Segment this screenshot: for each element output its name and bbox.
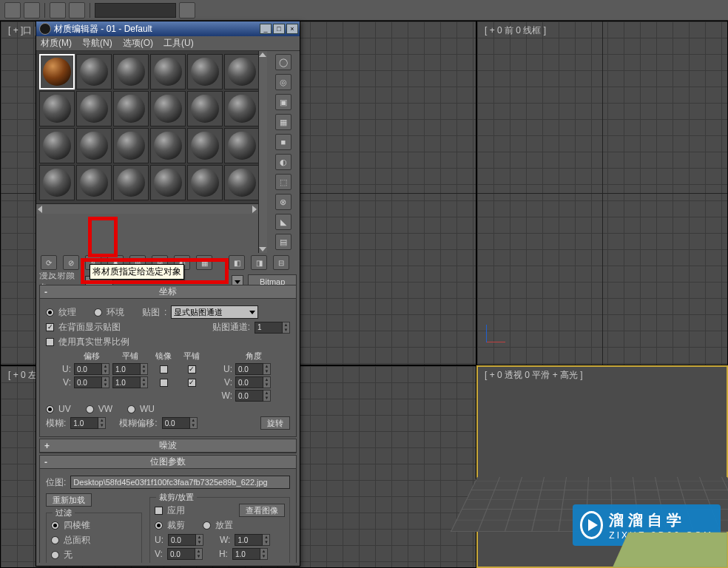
- me-tool[interactable]: ◧: [229, 255, 245, 270]
- rotate-button[interactable]: 旋转: [260, 416, 290, 430]
- coord-field[interactable]: [95, 3, 176, 18]
- scroll-down-icon[interactable]: [259, 247, 266, 251]
- side-tool[interactable]: ⬚: [275, 174, 291, 190]
- u-mirror[interactable]: [160, 365, 168, 373]
- minimize-button[interactable]: _: [260, 24, 272, 34]
- blur-offset-spinner[interactable]: ▲▼: [162, 417, 198, 429]
- w-angle[interactable]: ▲▼: [235, 390, 272, 402]
- sample-slot[interactable]: [76, 91, 112, 126]
- sample-slot[interactable]: [76, 54, 112, 89]
- scroll-right-icon[interactable]: [252, 206, 257, 213]
- crop-w[interactable]: ▲▼: [235, 534, 270, 546]
- u-tile[interactable]: ▲▼: [112, 363, 148, 375]
- reload-button[interactable]: 重新加载: [46, 493, 92, 507]
- v-offset[interactable]: ▲▼: [74, 376, 109, 388]
- u-tile-check[interactable]: [188, 365, 196, 373]
- me-tool[interactable]: ⊘: [63, 255, 79, 270]
- filter-none[interactable]: [51, 551, 59, 559]
- radio-crop[interactable]: [155, 521, 163, 530]
- me-tool[interactable]: ⊟: [273, 255, 289, 270]
- side-tool[interactable]: ■: [275, 134, 291, 150]
- side-tool[interactable]: ◣: [275, 214, 291, 230]
- map-channel-spinner[interactable]: ▲▼: [255, 322, 290, 334]
- radio-wu[interactable]: [127, 405, 135, 413]
- side-tool[interactable]: ◐: [275, 154, 291, 170]
- tool-button[interactable]: [4, 2, 21, 18]
- radio-place[interactable]: [203, 521, 211, 530]
- sample-slot[interactable]: [224, 91, 260, 126]
- scroll-up-icon[interactable]: [259, 53, 266, 57]
- slots-scroll-v[interactable]: [258, 51, 267, 253]
- sample-slot[interactable]: [39, 91, 75, 126]
- sample-slot[interactable]: [224, 54, 260, 89]
- side-tool[interactable]: ⊗: [275, 194, 291, 210]
- check-show-on-back[interactable]: [46, 323, 54, 331]
- menu-options[interactable]: 选项(O): [123, 37, 153, 50]
- tool-button[interactable]: [50, 2, 66, 18]
- blur-spinner[interactable]: ▲▼: [70, 417, 106, 429]
- sample-slot[interactable]: [150, 128, 186, 163]
- radio-environment[interactable]: [94, 308, 102, 317]
- bitmap-path-button[interactable]: Desktop\58fd45e03f1f100fc3faa7fb7325e89b…: [70, 476, 290, 489]
- maximize-button[interactable]: □: [273, 24, 285, 34]
- close-button[interactable]: ×: [286, 24, 298, 34]
- menu-material[interactable]: 材质(M): [41, 37, 72, 50]
- v-tile-check[interactable]: [188, 379, 196, 387]
- radio-texture[interactable]: [46, 308, 54, 317]
- title-bar[interactable]: 材质编辑器 - 01 - Default _ □ ×: [36, 21, 300, 36]
- u-angle[interactable]: ▲▼: [235, 363, 272, 375]
- menu-tools[interactable]: 工具(U): [164, 37, 194, 50]
- sample-slot[interactable]: [39, 128, 75, 163]
- view-image-button[interactable]: 查看图像: [239, 504, 285, 517]
- sample-slot[interactable]: [150, 165, 186, 200]
- filter-pyramid[interactable]: [51, 521, 59, 530]
- side-tool[interactable]: ▤: [275, 234, 291, 250]
- sample-slot[interactable]: [187, 128, 223, 163]
- rollout-header[interactable]: + 噪波: [40, 439, 296, 453]
- sample-slot[interactable]: [224, 165, 260, 200]
- sample-slot[interactable]: [150, 91, 186, 126]
- sample-slot[interactable]: [76, 165, 112, 200]
- radio-vw[interactable]: [86, 405, 94, 413]
- crop-u[interactable]: ▲▼: [168, 534, 203, 546]
- me-tool[interactable]: ◨: [251, 255, 267, 270]
- tool-button[interactable]: [69, 2, 85, 18]
- sample-slot[interactable]: [187, 165, 223, 200]
- v-tile[interactable]: ▲▼: [112, 376, 148, 388]
- check-real-world[interactable]: [46, 338, 54, 346]
- scroll-left-icon[interactable]: [38, 206, 42, 213]
- sample-slot[interactable]: [187, 91, 223, 126]
- sample-slot[interactable]: [113, 91, 149, 126]
- side-tool[interactable]: ▣: [275, 94, 291, 110]
- me-tool[interactable]: ⟳: [41, 255, 57, 270]
- sample-slot[interactable]: [150, 54, 186, 89]
- slots-scroll-h[interactable]: [36, 203, 258, 214]
- crop-h[interactable]: ▲▼: [232, 548, 268, 560]
- v-angle[interactable]: ▲▼: [235, 376, 272, 388]
- me-tool[interactable]: ▦: [196, 255, 212, 270]
- sample-slot[interactable]: [39, 54, 75, 89]
- radio-uv[interactable]: [46, 405, 54, 413]
- menu-navigation[interactable]: 导航(N): [82, 37, 112, 50]
- sample-slot[interactable]: [39, 165, 75, 200]
- v-mirror[interactable]: [160, 379, 168, 387]
- crop-v[interactable]: ▲▼: [167, 548, 203, 560]
- rollout-header[interactable]: - 位图参数: [40, 456, 296, 469]
- sample-slot[interactable]: [76, 128, 112, 163]
- filter-summed[interactable]: [51, 536, 59, 544]
- tool-button[interactable]: [24, 2, 40, 18]
- sample-slot[interactable]: [113, 165, 149, 200]
- apply-check[interactable]: [155, 507, 163, 515]
- sample-slot[interactable]: [113, 128, 149, 163]
- sample-slot[interactable]: [187, 54, 223, 89]
- viewport-front[interactable]: [ + 0 前 0 线框 ]: [476, 21, 728, 365]
- side-tool[interactable]: ◎: [275, 74, 291, 90]
- sample-slot[interactable]: [224, 128, 260, 163]
- sample-slot[interactable]: [113, 54, 149, 89]
- side-tool[interactable]: ◯: [275, 54, 291, 70]
- u-offset[interactable]: ▲▼: [74, 363, 109, 375]
- side-tool[interactable]: ▦: [275, 114, 291, 130]
- tool-button[interactable]: [179, 2, 195, 18]
- rollout-header[interactable]: - 坐标: [40, 285, 296, 299]
- map-channel-select[interactable]: 显式贴图通道: [171, 305, 258, 319]
